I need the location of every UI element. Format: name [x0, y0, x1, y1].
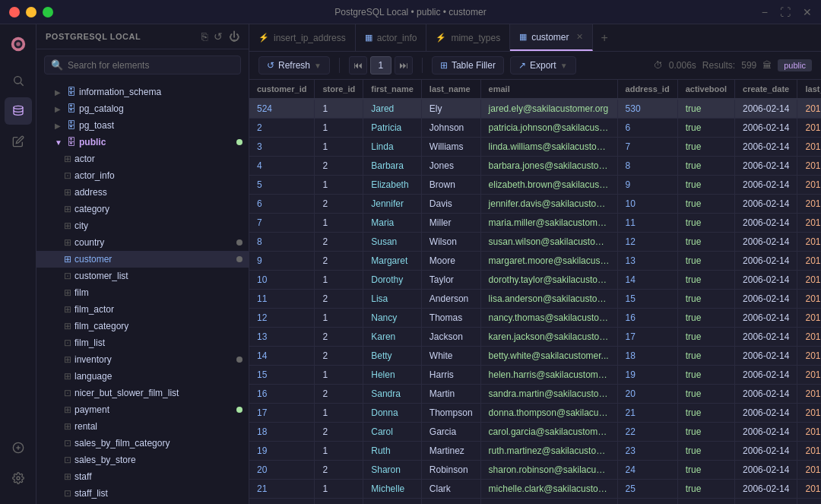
refresh-dropdown-icon[interactable]: ▼: [314, 62, 322, 70]
col-header-address-id[interactable]: address_id: [617, 80, 677, 99]
table-row[interactable]: 8 2 Susan Wilson susan.wilson@sakilacust…: [249, 233, 821, 252]
tab-insert-ip-address[interactable]: ⚡ insert_ip_address: [249, 24, 356, 51]
tab-actor-info[interactable]: ▦ actor_info: [356, 24, 427, 51]
tree-item-actor-info[interactable]: ⊡ actor_info: [36, 167, 249, 184]
icon-strip-item-logo[interactable]: [5, 30, 32, 58]
cell-last-name: Thomas: [421, 309, 480, 328]
col-header-first-name[interactable]: first_name: [363, 80, 422, 99]
tree-item-actor[interactable]: ⊞ actor: [36, 151, 249, 167]
tree-item-staff-list[interactable]: ⊡ staff_list: [36, 485, 249, 502]
tree-item-category[interactable]: ⊞ category: [36, 201, 249, 217]
tree-arrow: ▶: [55, 122, 64, 130]
sidebar-copy-icon[interactable]: ⎘: [201, 30, 208, 43]
minimize-icon[interactable]: −: [762, 6, 768, 18]
tree-item-sales-by-store[interactable]: ⊡ sales_by_store: [36, 452, 249, 468]
tree-item-staff[interactable]: ⊞ staff: [36, 468, 249, 485]
table-row[interactable]: 2 1 Patricia Johnson patricia.johnson@sa…: [249, 119, 821, 138]
page-last-button[interactable]: ⏭: [395, 56, 413, 74]
tab-customer[interactable]: ▦ customer ✕: [510, 24, 593, 51]
tree-item-city[interactable]: ⊞ city: [36, 217, 249, 234]
icon-strip-item-settings[interactable]: [5, 464, 32, 492]
cell-customer-id: 13: [249, 328, 315, 347]
tree-status-dot: [236, 139, 242, 145]
col-header-create-date[interactable]: create_date: [735, 80, 797, 99]
table-row[interactable]: 524 1 Jared Ely jared.ely@sakilacustomer…: [249, 99, 821, 119]
table-row[interactable]: 10 1 Dorothy Taylor dorothy.taylor@sakil…: [249, 271, 821, 290]
table-row[interactable]: 9 2 Margaret Moore margaret.moore@sakila…: [249, 252, 821, 271]
table-row[interactable]: 13 2 Karen Jackson karen.jackson@sakilac…: [249, 328, 821, 347]
tree-item-film-actor[interactable]: ⊞ film_actor: [36, 301, 249, 318]
table-row[interactable]: 18 2 Carol Garcia carol.garcia@sakilacus…: [249, 423, 821, 442]
table-row[interactable]: 4 2 Barbara Jones barbara.jones@sakilacu…: [249, 157, 821, 176]
tree-item-film-list[interactable]: ⊡ film_list: [36, 334, 249, 351]
table-icon: ⊞: [64, 304, 71, 315]
col-header-last[interactable]: last_: [797, 80, 821, 99]
export-dropdown-icon[interactable]: ▼: [560, 62, 568, 70]
table-row[interactable]: 17 1 Donna Thompson donna.thompson@sakil…: [249, 404, 821, 423]
tree-item-language[interactable]: ⊞ language: [36, 368, 249, 385]
icon-strip-item-plus[interactable]: [5, 434, 32, 461]
sidebar-refresh-icon[interactable]: ↺: [214, 30, 223, 43]
col-header-activebool[interactable]: activebool: [677, 80, 734, 99]
table-row[interactable]: 6 2 Jennifer Davis jennifer.davis@sakila…: [249, 195, 821, 214]
tree-item-film[interactable]: ⊞ film: [36, 284, 249, 301]
tree-item-pg-catalog[interactable]: ▶ 🗄 pg_catalog: [36, 100, 249, 117]
tab-add-button[interactable]: +: [593, 31, 615, 45]
table-icon: ⊞: [64, 254, 71, 265]
cell-first-name: Lisa: [363, 290, 422, 309]
table-row[interactable]: 7 1 Maria Miller maria.miller@sakilacust…: [249, 214, 821, 233]
table-row[interactable]: 21 1 Michelle Clark michelle.clark@sakil…: [249, 480, 821, 499]
icon-strip-item-db[interactable]: [5, 97, 32, 125]
table-row[interactable]: 22 1 Laura Rodriguez laura.rodriguez@sak…: [249, 499, 821, 505]
table-row[interactable]: 12 1 Nancy Thomas nancy.thomas@sakilacus…: [249, 309, 821, 328]
tab-close-icon[interactable]: ✕: [576, 32, 583, 42]
icon-strip-item-pencil[interactable]: [5, 128, 32, 155]
search-input[interactable]: [68, 60, 234, 71]
table-row[interactable]: 14 2 Betty White betty.white@sakilacusto…: [249, 347, 821, 366]
table-row[interactable]: 11 2 Lisa Anderson lisa.anderson@sakilac…: [249, 290, 821, 309]
table-row[interactable]: 5 1 Elizabeth Brown elizabeth.brown@saki…: [249, 176, 821, 195]
tree-item-pg-toast[interactable]: ▶ 🗄 pg_toast: [36, 117, 249, 134]
tree-item-address[interactable]: ⊞ address: [36, 184, 249, 201]
tree-item-payment[interactable]: ⊞ payment: [36, 401, 249, 418]
cell-address-id: 15: [617, 290, 677, 309]
table-row[interactable]: 19 1 Ruth Martinez ruth.martinez@sakilac…: [249, 442, 821, 461]
maximize-button[interactable]: [43, 7, 53, 17]
table-row[interactable]: 3 1 Linda Williams linda.williams@sakila…: [249, 138, 821, 157]
col-header-last-name[interactable]: last_name: [421, 80, 480, 99]
tree-item-film-category[interactable]: ⊞ film_category: [36, 318, 249, 334]
tree-item-information-schema[interactable]: ▶ 🗄 information_schema: [36, 84, 249, 100]
tab-mime-types[interactable]: ⚡ mime_types: [426, 24, 510, 51]
tree-item-inventory[interactable]: ⊞ inventory: [36, 351, 249, 368]
page-first-button[interactable]: ⏮: [349, 56, 367, 74]
table-row[interactable]: 15 1 Helen Harris helen.harris@sakilacus…: [249, 366, 821, 385]
icon-strip-item-search[interactable]: [5, 67, 32, 94]
tree-item-public[interactable]: ▼ 🗄 public: [36, 134, 249, 151]
close-icon[interactable]: ✕: [803, 6, 812, 18]
minimize-button[interactable]: [26, 7, 36, 17]
cell-store-id: 2: [315, 233, 363, 252]
window-controls[interactable]: [9, 7, 53, 17]
fullscreen-icon[interactable]: ⛶: [780, 6, 791, 18]
tree-item-country[interactable]: ⊞ country: [36, 234, 249, 251]
close-button[interactable]: [9, 7, 20, 17]
tree-item-rental[interactable]: ⊞ rental: [36, 418, 249, 435]
tree-item-customer[interactable]: ⊞ customer: [36, 251, 249, 268]
col-header-email[interactable]: email: [480, 80, 617, 99]
table-icon: ⊞: [64, 421, 71, 432]
export-button[interactable]: ↗ Export ▼: [510, 56, 576, 74]
tree-item-customer-list[interactable]: ⊡ customer_list: [36, 268, 249, 284]
tab-label: customer: [531, 32, 569, 43]
cell-address-id: 22: [617, 423, 677, 442]
col-header-store-id[interactable]: store_id: [315, 80, 363, 99]
table-row[interactable]: 16 2 Sandra Martin sandra.martin@sakilac…: [249, 385, 821, 404]
col-header-customer-id[interactable]: customer_id: [249, 80, 315, 99]
sidebar-power-icon[interactable]: ⏻: [229, 30, 239, 43]
tree-item-nicer[interactable]: ⊡ nicer_but_slower_film_list: [36, 385, 249, 401]
table-container[interactable]: customer_id store_id first_name last_nam…: [249, 80, 821, 504]
tree-item-sales-by-film[interactable]: ⊡ sales_by_film_category: [36, 435, 249, 452]
cell-activebool: true: [677, 423, 734, 442]
table-filler-button[interactable]: ⊞ Table Filler: [432, 56, 504, 74]
refresh-button[interactable]: ↺ Refresh ▼: [258, 56, 330, 74]
table-row[interactable]: 20 2 Sharon Robinson sharon.robinson@sak…: [249, 461, 821, 480]
